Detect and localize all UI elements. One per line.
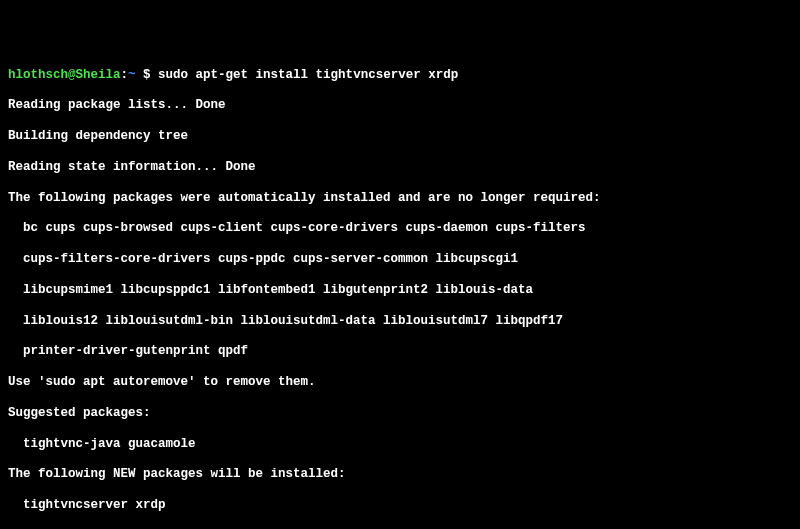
output-line: Reading package lists... Done — [8, 98, 792, 113]
output-line: Use 'sudo apt autoremove' to remove them… — [8, 375, 792, 390]
prompt-host: Sheila — [76, 68, 121, 82]
output-line: The following packages were automaticall… — [8, 191, 792, 206]
command-text: sudo apt-get install tightvncserver xrdp — [158, 68, 458, 82]
output-line: bc cups cups-browsed cups-client cups-co… — [8, 221, 792, 236]
output-line: tightvncserver xrdp — [8, 498, 792, 513]
output-line: Suggested packages: — [8, 406, 792, 421]
output-line: printer-driver-gutenprint qpdf — [8, 344, 792, 359]
output-line: liblouis12 liblouisutdml-bin liblouisutd… — [8, 314, 792, 329]
output-line: cups-filters-core-drivers cups-ppdc cups… — [8, 252, 792, 267]
prompt-tilde: ~ — [128, 68, 136, 82]
prompt-colon: : — [121, 68, 129, 82]
output-line: Reading state information... Done — [8, 160, 792, 175]
prompt-user: hlothsch — [8, 68, 68, 82]
output-line: tightvnc-java guacamole — [8, 437, 792, 452]
output-line: The following NEW packages will be insta… — [8, 467, 792, 482]
prompt-line: hlothsch@Sheila:~ $ sudo apt-get install… — [8, 68, 792, 83]
prompt-at: @ — [68, 68, 76, 82]
output-line: libcupsmime1 libcupsppdc1 libfontembed1 … — [8, 283, 792, 298]
output-line: Building dependency tree — [8, 129, 792, 144]
prompt-dollar: $ — [136, 68, 159, 82]
